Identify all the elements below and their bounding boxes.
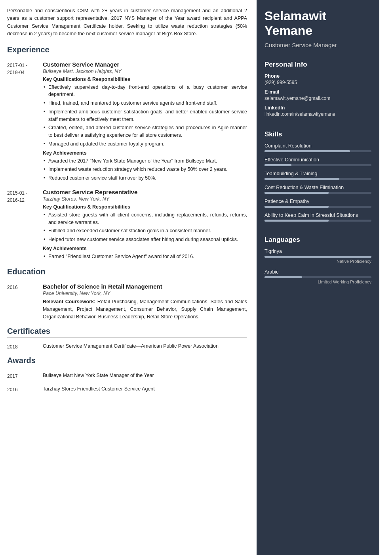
skill-bar-fill: [265, 150, 350, 152]
certificate-date: 2018: [7, 343, 43, 350]
experience-divider: [7, 56, 247, 56]
experience-container: 2017-01 - 2019-04Customer Service Manage…: [7, 61, 247, 262]
list-item: Implemented waste reduction strategy whi…: [43, 166, 247, 173]
certificates-section-title: Certificates: [7, 327, 247, 336]
right-header: Selamawit Yemane Customer Service Manage…: [257, 0, 379, 55]
education-detail: Bachelor of Science in Retail Management…: [43, 283, 247, 321]
skill-item: Patience & Empathy: [265, 199, 371, 208]
email-value: selamawit.yemane@gmail.com: [265, 96, 371, 101]
linkedin-item: LinkedIn linkedin.com/in/selamawityemane: [265, 105, 371, 117]
award-item: 2017Bullseye Mart New York State Manager…: [7, 372, 247, 380]
skill-item: Teambuilding & Training: [265, 171, 371, 180]
language-bar-background: [265, 276, 371, 278]
skill-item: Cost Reduction & Waste Elimination: [265, 185, 371, 194]
phone-item: Phone (929) 999-5595: [265, 73, 371, 85]
skill-name: Patience & Empathy: [265, 199, 371, 204]
candidate-title: Customer Service Manager: [265, 41, 371, 49]
company-name: Tarzhay Stores, New York, NY: [43, 196, 247, 202]
coursework: Relevant Coursework: Retail Purchasing, …: [43, 298, 247, 321]
phone-label: Phone: [265, 73, 371, 79]
skill-bar-background: [265, 178, 371, 180]
achievements-list: Awarded the 2017 "New York State Manager…: [43, 157, 247, 182]
list-item: Implemented ambitious customer satisfact…: [43, 108, 247, 123]
right-column: Selamawit Yemane Customer Service Manage…: [257, 0, 379, 555]
skill-bar-background: [265, 220, 371, 222]
education-container: 2016Bachelor of Science in Retail Manage…: [7, 283, 247, 321]
qualifications-heading: Key Qualifications & Responsibilities: [43, 204, 247, 210]
skill-item: Effective Communication: [265, 157, 371, 166]
left-column: Personable and conscientious CSM with 2+…: [0, 0, 257, 555]
linkedin-label: LinkedIn: [265, 105, 371, 111]
experience-detail: Customer Service ManagerBullseye Mart, J…: [43, 61, 247, 183]
award-item: 2016Tarzhay Stores Friendliest Customer …: [7, 385, 247, 393]
skill-bar-background: [265, 164, 371, 166]
list-item: Created, edited, and altered customer se…: [43, 124, 247, 139]
language-name: Tigrinya: [265, 249, 371, 254]
skill-name: Ability to Keep Calm in Stressful Situat…: [265, 212, 371, 218]
experience-item: 2017-01 - 2019-04Customer Service Manage…: [7, 61, 247, 183]
qualifications-list: Assisted store guests with all client co…: [43, 211, 247, 243]
education-divider: [7, 278, 247, 278]
list-item: Hired, trained, and mentored top custome…: [43, 100, 247, 107]
skill-bar-fill: [265, 164, 291, 166]
language-proficiency: Limited Working Proficiency: [265, 279, 371, 284]
skill-bar-background: [265, 150, 371, 152]
certificate-text: Customer Service Management Certificate—…: [43, 343, 219, 350]
education-section-title: Education: [7, 267, 247, 276]
experience-section-title: Experience: [7, 45, 247, 54]
personal-info-section: Personal Info Phone (929) 999-5595 E-mai…: [257, 55, 379, 125]
certificate-item: 2018Customer Service Management Certific…: [7, 343, 247, 350]
language-bar-fill: [265, 256, 371, 258]
languages-title: Languages: [265, 236, 371, 244]
list-item: Managed and updated the customer loyalty…: [43, 140, 247, 148]
achievements-heading: Key Achievements: [43, 246, 247, 251]
list-item: Fulfilled and exceeded customer satisfac…: [43, 227, 247, 235]
email-label: E-mail: [265, 89, 371, 95]
skill-name: Effective Communication: [265, 157, 371, 163]
skill-bar-fill: [265, 220, 329, 222]
list-item: Assisted store guests with all client co…: [43, 211, 247, 226]
email-item: E-mail selamawit.yemane@gmail.com: [265, 89, 371, 101]
language-item: ArabicLimited Working Proficiency: [265, 269, 371, 284]
award-date: 2017: [7, 372, 43, 380]
personal-info-title: Personal Info: [265, 61, 371, 69]
language-proficiency: Native Proficiency: [265, 259, 371, 264]
awards-container: 2017Bullseye Mart New York State Manager…: [7, 372, 247, 393]
certificates-divider: [7, 337, 247, 338]
language-bar-background: [265, 256, 371, 258]
company-name: Bullseye Mart, Jackson Heights, NY: [43, 69, 247, 74]
experience-date: 2017-01 - 2019-04: [7, 61, 43, 183]
list-item: Awarded the 2017 "New York State Manager…: [43, 157, 247, 165]
achievements-heading: Key Achievements: [43, 150, 247, 156]
skills-section: Skills Complaint ResolutionEffective Com…: [257, 125, 379, 230]
experience-item: 2015-01 - 2016-12Customer Service Repres…: [7, 189, 247, 262]
list-item: Effectively supervised day-to-day front-…: [43, 84, 247, 99]
list-item: Helped tutor new customer service associ…: [43, 236, 247, 243]
skills-container: Complaint ResolutionEffective Communicat…: [265, 143, 371, 222]
job-title: Customer Service Manager: [43, 61, 247, 68]
qualifications-heading: Key Qualifications & Responsibilities: [43, 77, 247, 82]
language-name: Arabic: [265, 269, 371, 275]
skills-title: Skills: [265, 130, 371, 138]
qualifications-list: Effectively supervised day-to-day front-…: [43, 84, 247, 148]
skill-bar-background: [265, 192, 371, 194]
languages-section: Languages TigrinyaNative ProficiencyArab…: [257, 230, 379, 294]
awards-divider: [7, 367, 247, 367]
skill-item: Complaint Resolution: [265, 143, 371, 152]
language-bar-fill: [265, 276, 302, 278]
skill-item: Ability to Keep Calm in Stressful Situat…: [265, 212, 371, 222]
experience-detail: Customer Service RepresentativeTarzhay S…: [43, 189, 247, 262]
awards-section-title: Awards: [7, 356, 247, 365]
skill-name: Complaint Resolution: [265, 143, 371, 149]
school-name: Pace University, New York, NY: [43, 291, 247, 296]
degree-title: Bachelor of Science in Retail Management: [43, 283, 247, 290]
skill-bar-fill: [265, 178, 339, 180]
skill-bar-background: [265, 206, 371, 208]
list-item: Reduced customer service staff turnover …: [43, 174, 247, 182]
achievements-list: Earned "Friendliest Customer Service Age…: [43, 253, 247, 260]
skill-name: Teambuilding & Training: [265, 171, 371, 176]
skill-bar-fill: [265, 206, 329, 208]
job-title: Customer Service Representative: [43, 189, 247, 195]
summary-text: Personable and conscientious CSM with 2+…: [7, 7, 247, 38]
award-text: Bullseye Mart New York State Manager of …: [43, 372, 154, 380]
